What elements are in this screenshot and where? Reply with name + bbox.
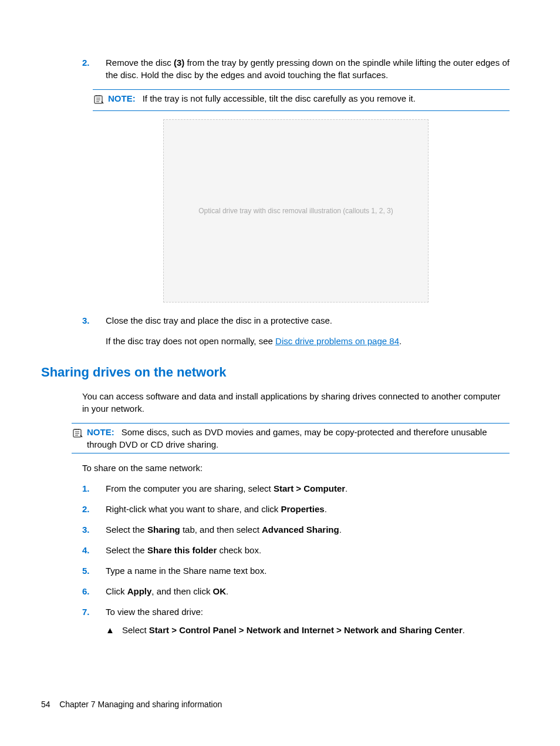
text: . [339,525,342,535]
text: . [226,586,228,596]
text: . [463,625,465,635]
note-content: NOTE:If the tray is not fully accessible… [108,92,510,105]
step-body: Remove the disc (3) from the tray by gen… [106,56,510,81]
share-step-3: 3. Select the Sharing tab, and then sele… [82,523,510,536]
note-icon [93,93,104,108]
page-footer: 54 Chapter 7 Managing and sharing inform… [41,699,222,711]
note-box: NOTE:Some discs, such as DVD movies and … [72,423,510,453]
text: Right-click what you want to share, and … [106,504,281,514]
step-body: Select the Sharing tab, and then select … [106,523,510,536]
ui-path: Sharing [147,525,180,535]
text: tab, and then select [180,525,262,535]
note-text: Some discs, such as DVD movies and games… [87,427,487,449]
step-body: From the computer you are sharing, selec… [106,482,510,495]
triangle-marker: ▲ [106,624,122,636]
text: Remove the disc [106,58,174,68]
note-content: NOTE:Some discs, such as DVD movies and … [87,426,510,451]
svg-rect-0 [95,96,102,103]
step-body: Select the Share this folder check box. [106,544,510,556]
text: . [345,483,348,493]
main-content: 2. Remove the disc (3) from the tray by … [82,56,510,347]
share-step-4: 4. Select the Share this folder check bo… [82,544,510,556]
text: If the disc tray does not open normally,… [106,336,275,346]
text: Select [122,625,149,635]
step-number: 4. [82,544,106,556]
section-heading-sharing: Sharing drives on the network [41,364,510,382]
sub-body: Select Start > Control Panel > Network a… [122,624,465,636]
step-body: To view the shared drive: [106,606,510,618]
disc-drive-illustration: Optical drive tray with disc removal ill… [163,119,429,303]
text: Select the [106,545,147,555]
sub-step: ▲ Select Start > Control Panel > Network… [106,624,510,636]
tray-fail-note: If the disc tray does not open normally,… [106,335,510,347]
note-label: NOTE: [108,93,136,103]
ui-path: Share this folder [147,545,217,555]
note-text: If the tray is not fully accessible, til… [143,93,416,103]
share-step-7: 7. To view the shared drive: [82,606,510,618]
step-2: 2. Remove the disc (3) from the tray by … [82,56,510,81]
document-page: 2. Remove the disc (3) from the tray by … [0,0,560,746]
ui-path: Properties [281,504,324,514]
step-number: 3. [82,523,106,536]
text: Click [106,586,127,596]
ui-path: Advanced Sharing [262,525,339,535]
step-body: Right-click what you want to share, and … [106,503,510,515]
step-3: 3. Close the disc tray and place the dis… [82,314,510,327]
text: check box. [217,545,261,555]
callout-ref: (3) [174,58,184,68]
ui-path: Apply [127,586,152,596]
step-body: Type a name in the Share name text box. [106,564,510,577]
note-icon [72,427,83,442]
share-step-2: 2. Right-click what you want to share, a… [82,503,510,515]
step-number: 6. [82,585,106,597]
share-step-6: 6. Click Apply, and then click OK. [82,585,510,597]
text: . [325,504,327,514]
share-lead: To share on the same network: [82,462,510,474]
share-step-5: 5. Type a name in the Share name text bo… [82,564,510,577]
sharing-intro: You can access software and data and ins… [82,390,510,415]
ui-path: OK [213,586,227,596]
step-number: 2. [82,56,106,81]
text: From the computer you are sharing, selec… [106,483,274,493]
text: . [399,336,402,346]
share-step-1: 1. From the computer you are sharing, se… [82,482,510,495]
text: , and then click [151,586,212,596]
disc-drive-problems-link[interactable]: Disc drive problems on page 84 [275,336,399,346]
step-body: Click Apply, and then click OK. [106,585,510,597]
svg-rect-1 [73,429,81,437]
page-number: 54 [41,700,50,709]
note-box: NOTE:If the tray is not fully accessible… [93,89,510,111]
step-number: 2. [82,503,106,515]
step-number: 1. [82,482,106,495]
image-alt: Optical drive tray with disc removal ill… [198,206,393,216]
step-number: 5. [82,564,106,577]
note-label: NOTE: [87,427,114,437]
ui-path: Start > Control Panel > Network and Inte… [149,625,463,635]
chapter-title: Chapter 7 Managing and sharing informati… [59,700,222,709]
step-body: Close the disc tray and place the disc i… [106,314,510,327]
step-number: 7. [82,606,106,618]
ui-path: Start > Computer [274,483,345,493]
text: Select the [106,525,147,535]
step-number: 3. [82,314,106,327]
sharing-content: You can access software and data and ins… [82,390,510,636]
